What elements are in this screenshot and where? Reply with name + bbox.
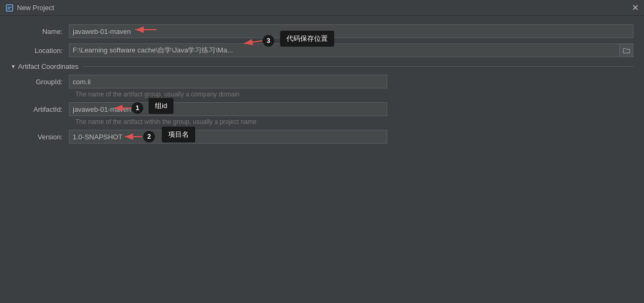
badge-1: 1 xyxy=(132,102,143,114)
close-button[interactable]: ✕ xyxy=(632,4,639,12)
tooltip-artifactid: 项目名 xyxy=(162,127,195,142)
section-toggle[interactable]: ▼ xyxy=(11,64,16,69)
badge-3: 3 xyxy=(263,35,274,47)
section-divider xyxy=(83,66,633,67)
version-row: Version: xyxy=(20,130,633,144)
artifactid-label: ArtifactId: xyxy=(20,105,69,113)
version-label: Version: xyxy=(20,133,69,141)
groupid-row: GroupId: xyxy=(20,75,633,88)
svg-rect-1 xyxy=(7,7,12,8)
location-input[interactable] xyxy=(69,43,620,57)
tooltip-groupid: 组id xyxy=(149,98,173,114)
section-title: Artifact Coordinates xyxy=(18,63,79,70)
artifact-section: GroupId: The name of the artifact group,… xyxy=(11,75,633,144)
artifactid-row: ArtifactId: xyxy=(20,102,633,116)
location-input-wrap xyxy=(69,43,633,57)
groupid-label: GroupId: xyxy=(20,78,69,86)
groupid-input[interactable] xyxy=(69,75,387,88)
svg-rect-0 xyxy=(6,5,13,11)
svg-rect-2 xyxy=(7,8,10,10)
badge-2: 2 xyxy=(143,131,155,142)
groupid-hint: The name of the artifact group, usually … xyxy=(75,91,633,98)
folder-button[interactable] xyxy=(620,43,633,57)
location-label: Location: xyxy=(11,47,69,55)
title-bar: New Project ✕ xyxy=(0,0,644,16)
artifactid-input[interactable] xyxy=(69,102,387,116)
name-input[interactable] xyxy=(69,24,633,38)
title-text: New Project xyxy=(17,4,54,12)
artifact-coordinates-header: ▼ Artifact Coordinates xyxy=(11,63,633,70)
app-icon xyxy=(5,4,14,12)
version-input[interactable] xyxy=(69,130,387,144)
artifactid-hint: The name of the artifact within the grou… xyxy=(75,118,633,126)
name-label: Name: xyxy=(11,28,69,35)
tooltip-location: 代码保存位置 xyxy=(280,31,334,47)
